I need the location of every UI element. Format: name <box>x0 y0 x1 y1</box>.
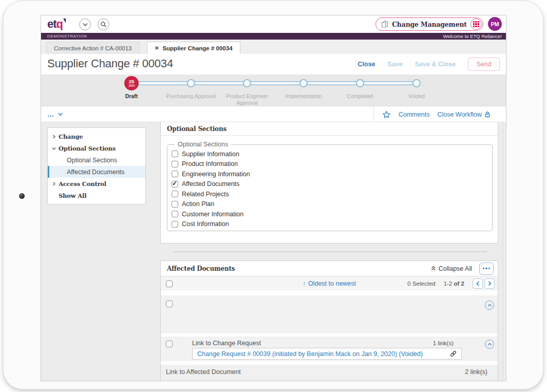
screenshot-stage: etq Change Management PM <box>0 0 547 392</box>
save-button[interactable]: Save <box>388 61 403 68</box>
change-request-link-box: Change Request # 00039 (initiated by Ben… <box>192 348 462 360</box>
toolbar-right: 0 Selected 1-2 of 2 <box>407 278 495 289</box>
sidebar-item-change[interactable]: Change <box>48 130 145 142</box>
tab-close-icon[interactable]: ✕ <box>155 45 159 51</box>
checkbox-row-product-information[interactable]: Product Information <box>172 159 492 170</box>
app-screen: etq Change Management PM <box>41 15 506 381</box>
nav-dropdown-button[interactable] <box>79 18 91 30</box>
sort-arrow-up-icon: ↑ <box>303 280 306 287</box>
sidebar-item-access-control[interactable]: Access Control <box>48 178 145 190</box>
checkbox-row-engineering-information[interactable]: Engineering Information <box>172 169 492 179</box>
record-action-bar: … Comments Close Workflow <box>41 106 504 122</box>
checkbox-row-supplier-information[interactable]: Supplier Information <box>172 149 492 159</box>
step-label: Implementation <box>275 93 332 100</box>
checkbox-label: Customer Information <box>182 211 243 218</box>
step-dot <box>187 79 195 87</box>
checkbox-icon[interactable] <box>172 211 178 217</box>
checkbox-row-cost-information[interactable]: Cost Information <box>172 219 492 230</box>
checkbox-row-customer-information[interactable]: Customer Information <box>172 209 492 219</box>
collapse-item-button[interactable] <box>485 301 494 310</box>
send-button[interactable]: Send <box>468 58 500 71</box>
search-icon <box>100 21 107 28</box>
checkbox-row-related-projects[interactable]: Related Projects <box>172 189 492 199</box>
copy-pages-icon <box>381 21 388 28</box>
chevron-up-icon <box>487 304 492 307</box>
step-label: Product Engineer Approval <box>219 93 275 106</box>
checkbox-icon[interactable] <box>172 151 178 157</box>
step-label: Purchasing Approval <box>163 93 219 100</box>
checkbox-icon[interactable] <box>172 191 178 197</box>
checkbox-label: Related Projects <box>182 191 229 198</box>
change-request-link[interactable]: Change Request # 00039 (initiated by Ben… <box>197 350 449 358</box>
select-all-checkbox[interactable] <box>166 281 173 287</box>
step-dot <box>299 79 308 87</box>
more-actions-button[interactable]: … <box>47 106 63 122</box>
affected-documents-title: Affected Documents <box>167 265 431 272</box>
tab-corrective-action[interactable]: Corrective Action # CA-00013 <box>46 42 140 54</box>
top-bar: etq Change Management PM <box>41 15 506 33</box>
item-checkbox[interactable] <box>166 341 173 347</box>
logo-mark <box>63 18 66 23</box>
search-button[interactable] <box>98 18 109 30</box>
lock-icon <box>484 111 491 118</box>
sort-button[interactable]: ↑ Oldest to newest <box>303 280 356 287</box>
document-item-2: Link to Change Request 1 link(s) Change … <box>161 337 498 361</box>
double-chevron-up-icon <box>431 266 436 271</box>
save-close-button[interactable]: Save & Close <box>415 61 456 68</box>
collapse-all-button[interactable]: Collapse All <box>431 265 472 272</box>
sidebar-item-affected-documents[interactable]: Affected Documents <box>48 166 145 178</box>
affected-documents-header: Affected Documents Collapse All <box>161 261 498 276</box>
document-tab-bar: Corrective Action # CA-00013 ✕ Supplier … <box>41 40 506 54</box>
section-navigation: Change Optional Sections Optional Sectio… <box>47 127 146 204</box>
sidebar-item-label: Access Control <box>59 180 106 188</box>
more-options-button[interactable] <box>479 263 494 275</box>
user-avatar[interactable]: PM <box>488 17 502 31</box>
checkbox-label: Supplier Information <box>182 151 239 158</box>
app-grid-button[interactable] <box>470 18 482 30</box>
item-checkbox[interactable] <box>166 301 173 307</box>
checkbox-icon[interactable] <box>172 161 178 167</box>
chevron-right-icon <box>52 135 56 139</box>
close-workflow-button[interactable]: Close Workflow <box>437 111 491 118</box>
sidebar-item-optional-sections[interactable]: Optional Sections <box>48 154 145 166</box>
step-date-badge: 25 JAN <box>124 76 139 90</box>
comments-label: Comments <box>399 111 429 118</box>
optional-sections-panel-title: Optional Sections <box>161 122 498 136</box>
checkbox-row-affected-documents[interactable]: Affected Documents <box>172 179 492 190</box>
app-switcher[interactable]: Change Management <box>375 17 483 31</box>
checkbox-icon[interactable] <box>172 201 178 208</box>
ellipsis-icon <box>483 268 485 270</box>
collapse-item-button[interactable] <box>485 340 494 349</box>
checkbox-icon[interactable] <box>172 181 178 188</box>
tab-supplier-change[interactable]: ✕ Supplier Change # 00034 <box>147 42 240 54</box>
link-chain-icon[interactable] <box>449 350 457 358</box>
close-button[interactable]: Close <box>358 61 375 68</box>
sidebar-item-label: Affected Documents <box>67 169 124 176</box>
welcome-message: Welcome to ETQ Reliance! <box>443 33 502 39</box>
action-bar-right: Comments Close Workflow <box>373 106 491 122</box>
checkbox-icon[interactable] <box>172 171 178 177</box>
tablet-camera-dot <box>19 193 25 199</box>
sidebar-item-optional-sections-group[interactable]: Optional Sections <box>48 142 145 154</box>
comments-button[interactable]: Comments <box>399 111 429 118</box>
content-scrollbar[interactable] <box>503 122 506 381</box>
favorite-star-icon[interactable] <box>382 110 391 119</box>
checkbox-row-action-plan[interactable]: Action Plan <box>172 199 492 210</box>
affected-document-link-count: 2 link(s) <box>465 368 487 381</box>
checkbox-icon[interactable] <box>172 221 178 228</box>
fieldset-legend: Optional Sections <box>175 141 231 148</box>
prev-page-button[interactable] <box>473 278 483 289</box>
next-page-button[interactable] <box>484 278 495 289</box>
step-dot <box>243 79 251 87</box>
chevron-down-icon <box>52 146 56 151</box>
section-divider <box>173 251 486 252</box>
logo-q: q <box>56 17 63 30</box>
sidebar-item-label: Show All <box>59 192 86 199</box>
tab-label: Corrective Action # CA-00013 <box>54 45 132 51</box>
step-dot <box>412 79 421 87</box>
sidebar-item-show-all[interactable]: Show All <box>48 190 145 201</box>
selected-count: 0 Selected <box>407 281 435 287</box>
affected-documents-panel: Affected Documents Collapse All ↑ Oldest… <box>160 260 498 381</box>
grid-icon <box>473 21 480 28</box>
sidebar-item-label: Optional Sections <box>67 157 117 164</box>
